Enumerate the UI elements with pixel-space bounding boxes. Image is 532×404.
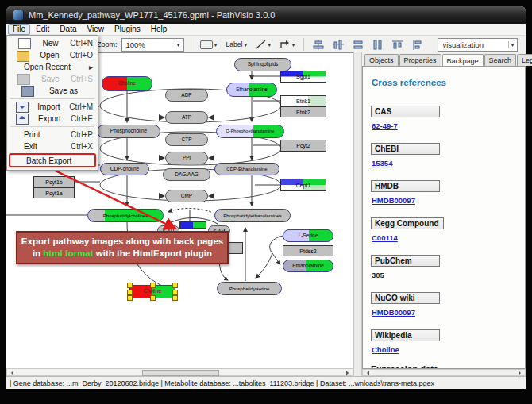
splitter-handle[interactable] [353,52,362,376]
title-bar[interactable]: Mm_Kennedy_pathway_WP1771_45176.gpml - P… [6,6,526,24]
menu-plugins[interactable]: Plugins [110,24,145,35]
visualization-value: visualization [442,40,484,49]
selection-handle[interactable] [172,283,178,288]
zoom-dropdown-icon[interactable]: ▾ [175,41,182,48]
menu-item-export[interactable]: ExportCtrl+E [8,113,97,125]
crossref-source-name: NuGO wiki [371,292,440,304]
node-pemt[interactable] [179,221,206,229]
selection-handle[interactable] [150,295,156,301]
node-ppi[interactable]: PPi [165,152,208,164]
import-icon [16,102,29,113]
visualization-dropdown-icon[interactable]: ▾ [508,41,515,48]
selection-handle[interactable] [172,295,178,301]
node-cdp-choline[interactable]: CDP-choline [100,163,149,175]
node-sgpl1[interactable]: Sgpl1 [280,71,326,83]
node-dag-aag[interactable]: DAG/AAG [163,168,210,181]
crossref-link[interactable]: 62-49-7 [372,121,517,130]
scroll-left-icon[interactable] [9,371,13,375]
node-sphingolipids[interactable]: Sphingolipids [234,58,291,71]
node-choline-selected[interactable]: Choline [129,285,175,298]
visualization-combobox[interactable]: visualization▾ [438,38,518,52]
draw-line-button[interactable]: ▾ [253,38,273,51]
node-phosphatidylcholines[interactable]: Phosphatidylcholines [87,209,164,222]
node-ethanolamine-bottom[interactable]: Ethanolamine [283,260,333,272]
add-label-button[interactable]: Label▾ [224,39,250,50]
backpage-panel[interactable]: Cross references CAS62-49-7ChEBI15354HMD… [362,66,526,369]
menu-data[interactable]: Data [55,24,81,35]
selection-handle[interactable] [127,290,133,295]
crossref-link[interactable]: Choline [372,345,517,354]
add-datanode-button[interactable]: ▾ [198,39,220,51]
selection-handle[interactable] [150,283,156,288]
menu-item-open[interactable]: OpenCtrl+O [8,49,97,61]
crossref-heading: Cross references [372,78,517,87]
selection-handle[interactable] [127,283,133,288]
menu-item-save[interactable]: SaveCtrl+S [8,73,97,85]
node-etnk2[interactable]: Etnk2 [280,106,326,117]
node-pcyt2[interactable]: Pcyt2 [280,140,326,152]
tab-backpage[interactable]: Backpage [442,54,484,67]
node-l-serine[interactable]: L-Serine [283,229,333,242]
node-adp[interactable]: ADP [165,89,208,102]
tab-search[interactable]: Search [484,54,517,66]
crossref-link[interactable]: C00114 [372,233,517,242]
scroll-left-icon[interactable] [364,371,369,375]
node-pcyt1b[interactable]: Pcyt1b [33,176,75,187]
scroll-right-icon[interactable] [519,371,523,375]
selection-handle[interactable] [172,290,178,295]
crossref-section-pubchem: PubChem305 [371,252,517,279]
node-cdp-ethanolamine[interactable]: CDP-Ethanolamine [214,163,279,175]
menu-edit[interactable]: Edit [31,24,54,35]
menu-item-exit[interactable]: ExitCtrl+X [8,140,97,152]
tab-properties[interactable]: Properties [399,54,441,66]
menu-item-label: Open [40,51,59,60]
selection-handle[interactable] [127,295,133,301]
align-vertical-center-button[interactable] [310,38,326,52]
node-cmp[interactable]: CMP [165,190,208,202]
scroll-right-icon[interactable] [346,371,351,375]
node-cept1[interactable]: Cept1 [280,179,326,191]
tab-objects[interactable]: Objects [364,54,399,66]
node-ethanolamine-top[interactable]: Ethanolamine [226,83,277,97]
node-pcyt1a[interactable]: Pcyt1a [33,187,75,198]
sidebar-hscrollbar[interactable] [362,369,526,376]
common-width-button[interactable] [350,38,366,52]
menu-help[interactable]: Help [146,24,172,35]
menu-item-save-as[interactable]: Save as [8,85,97,97]
crossref-link[interactable]: HMDB00097 [372,196,517,205]
align-left-button[interactable] [410,38,426,52]
node-phosphocholine[interactable]: Phosphocholine [97,125,160,138]
menu-item-open-recent[interactable]: Open Recent▸ [8,61,97,73]
node-phosphatidylethanolamines[interactable]: Phosphatidylethanolamines [214,209,291,222]
zoom-combobox[interactable]: 100%▾ [121,38,184,52]
align-top-button[interactable] [390,38,406,52]
zoom-label: Zoom: [97,40,118,48]
node-o-phosphoethanolamine[interactable]: O-Phosphoethanolamine [216,125,284,138]
status-bar: | Gene database: ...m_Derby_20120602.bri… [6,376,526,389]
crossref-link[interactable]: HMDB00097 [372,308,517,317]
align-top-icon [392,40,403,50]
node-etnk1[interactable]: Etnk1 [280,95,326,106]
menu-file[interactable]: File [8,24,30,35]
node-ctp[interactable]: CTP [165,133,208,146]
node-phosphatidylserine[interactable]: Phosphatidylserine [217,282,282,295]
node-atp[interactable]: ATP [165,111,208,124]
canvas-hscrollbar[interactable] [6,368,353,376]
align-horizontal-center-button[interactable] [330,38,346,52]
scrollbar-thumb[interactable] [142,370,219,376]
menu-item-new[interactable]: NewCtrl+N [8,37,97,49]
menu-item-import[interactable]: ImportCtrl+M [8,101,97,113]
blank-icon [10,63,21,72]
node-ptdss2[interactable]: Ptdss2 [283,245,333,256]
chevron-down-icon: ▾ [291,41,295,48]
crossref-source-name: CAS [371,106,440,117]
menu-item-batch-export[interactable]: Batch Export [9,153,96,167]
menu-separator [10,98,94,99]
menu-view[interactable]: View [82,24,109,35]
menu-item-print[interactable]: PrintCtrl+P [8,129,97,140]
node-choline-top[interactable]: Choline [102,76,152,91]
common-height-button[interactable] [370,38,386,52]
tab-legend[interactable]: Legend [517,54,532,66]
crossref-link[interactable]: 15354 [372,159,517,167]
draw-shape-button[interactable]: ▾ [277,38,297,51]
